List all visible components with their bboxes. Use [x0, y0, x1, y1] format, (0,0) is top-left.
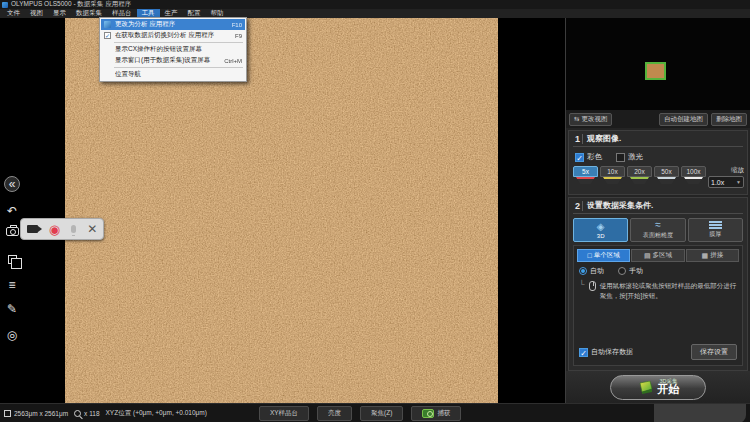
- subtab-single-area[interactable]: □ 单个区域: [577, 249, 630, 262]
- objective-5x-button[interactable]: 5x: [573, 166, 598, 184]
- microphone-icon[interactable]: [71, 225, 76, 233]
- mode-3d-label: 3D: [597, 233, 605, 239]
- zoom-value: 1.0x: [711, 179, 724, 186]
- brightness-button[interactable]: 亮度: [317, 406, 352, 421]
- objective-20x-ring: [630, 177, 649, 184]
- focus-hint-text: 使用鼠标滚轮或聚焦按钮对样品的最低部分进行聚焦，按[开始]按钮。: [600, 281, 737, 301]
- status-buttons: XY样品台 亮度 聚焦(Z) 捕获: [259, 406, 461, 421]
- toggle-check-icon: ✓: [103, 32, 112, 39]
- menu-item-switch-to-analysis[interactable]: 更改为分析 应用程序 F10: [101, 19, 245, 30]
- start-acquisition-button[interactable]: 3D采集 开始: [610, 375, 706, 400]
- location-icon: ◎: [7, 329, 17, 341]
- objective-100x-ring: [684, 177, 703, 184]
- save-settings-button[interactable]: 保存设置: [691, 344, 737, 360]
- menu-item-label: 位置导航: [115, 70, 239, 79]
- mode-thickness-button[interactable]: 膜厚: [688, 218, 743, 242]
- capture-flyout-toolbar: ◉ ✕: [20, 218, 104, 240]
- layers-button[interactable]: [3, 250, 21, 268]
- video-camera-icon[interactable]: [27, 225, 38, 233]
- autosave-checkbox[interactable]: ✓ 自动保存数据: [579, 347, 633, 357]
- mode-thickness-label: 膜厚: [709, 230, 721, 239]
- capture-label: 捕获: [437, 409, 450, 418]
- objective-20x-label: 20x: [627, 166, 652, 177]
- roughness-icon: ≈: [655, 220, 661, 230]
- radio-unselected-icon: [618, 267, 626, 275]
- objective-100x-label: 100x: [681, 166, 706, 177]
- objective-50x-button[interactable]: 50x: [654, 166, 679, 184]
- delete-map-button[interactable]: 删除地图: [711, 113, 747, 126]
- radio-auto[interactable]: 自动: [579, 266, 604, 276]
- right-panel: ⇆ 更改视图 自动创建地图 删除地图 1 观察图像. ✓ 彩色: [565, 18, 750, 403]
- camera-icon: [6, 227, 19, 236]
- radio-manual[interactable]: 手动: [618, 266, 643, 276]
- total-magnification-value: x 118: [84, 410, 99, 417]
- capture-tool-button[interactable]: [3, 222, 21, 240]
- subtab-multi-area[interactable]: ▤ 多区域: [631, 249, 684, 262]
- menu-display[interactable]: 显示: [48, 9, 71, 18]
- subtab-single-area-label: 单个区域: [594, 251, 620, 260]
- fov-readout: 2563μm x 2561μm: [4, 410, 68, 417]
- color-label: 彩色: [587, 152, 602, 162]
- inner-spacer: [577, 303, 739, 343]
- objective-10x-label: 10x: [600, 166, 625, 177]
- menu-item-switch-after-acquisition[interactable]: ✓ 在获取数据后切换到分析 应用程序 F9: [101, 30, 245, 41]
- auto-create-map-button[interactable]: 自动创建地图: [659, 113, 708, 126]
- change-view-label: 更改视图: [581, 115, 607, 124]
- menu-item-shortcut: F10: [232, 22, 242, 28]
- objective-100x-button[interactable]: 100x: [681, 166, 706, 184]
- focus-z-button[interactable]: 聚焦(Z): [360, 406, 403, 421]
- subtab-stitching[interactable]: ▦ 拼接: [686, 249, 739, 262]
- map-toolbar: ⇆ 更改视图 自动创建地图 删除地图: [566, 110, 750, 128]
- checkbox-checked-icon: ✓: [575, 153, 584, 162]
- record-icon[interactable]: ◉: [49, 223, 60, 236]
- mode-3d-button[interactable]: ◈ 3D: [573, 218, 628, 242]
- change-view-button[interactable]: ⇆ 更改视图: [569, 113, 612, 126]
- undo-button[interactable]: ↶: [3, 202, 21, 220]
- magnifier-icon: [74, 410, 81, 417]
- position-button[interactable]: ◎: [3, 326, 21, 344]
- navigation-map[interactable]: [566, 18, 750, 110]
- section1-number: 1: [573, 134, 583, 144]
- section1-title: 观察图像.: [587, 133, 621, 144]
- section1-header: 1 观察图像.: [573, 133, 743, 147]
- capture-button[interactable]: 捕获: [411, 406, 461, 421]
- grid-icon: ▦: [702, 252, 709, 260]
- objective-50x-label: 50x: [654, 166, 679, 177]
- tools-dropdown-menu: 更改为分析 应用程序 F10 ✓ 在获取数据后切换到分析 应用程序 F9 显示C…: [99, 17, 247, 82]
- map-thumbnail[interactable]: [645, 62, 666, 80]
- close-icon[interactable]: ✕: [87, 223, 97, 235]
- collapse-sidebar-button[interactable]: «: [4, 176, 20, 192]
- menu-item-position-navigator[interactable]: 位置导航: [101, 69, 245, 80]
- list-button[interactable]: ≡: [3, 276, 21, 294]
- zoom-group: 缩放 1.0x ▼: [708, 166, 744, 188]
- section2-title: 设置数据采集条件.: [587, 200, 653, 211]
- zoom-select[interactable]: 1.0x ▼: [708, 176, 744, 188]
- menu-view[interactable]: 视图: [25, 9, 48, 18]
- branch-mark: └: [579, 281, 585, 289]
- objective-50x-ring: [657, 177, 676, 184]
- menu-item-acquisition-window-settings[interactable]: 显示窗口(用于数据采集)设置屏幕 Ctrl+M: [101, 55, 245, 66]
- app-icon: [2, 2, 8, 8]
- panel-bottom-corner: [654, 404, 746, 422]
- section2-header: 2 设置数据采集条件.: [573, 200, 743, 214]
- xy-stage-button[interactable]: XY样品台: [259, 406, 309, 421]
- mode-roughness-button[interactable]: ≈ 表面粗糙度: [630, 218, 685, 242]
- annotate-button[interactable]: ✎: [3, 300, 21, 318]
- area-subtabs: □ 单个区域 ▤ 多区域 ▦ 拼接: [577, 249, 739, 262]
- color-checkbox[interactable]: ✓ 彩色: [575, 152, 602, 162]
- chevron-down-icon: ▼: [736, 179, 741, 185]
- 3d-surface-icon: [637, 381, 653, 394]
- area-icon: [4, 410, 11, 417]
- subtab-multi-area-label: 多区域: [653, 251, 673, 260]
- magnification-readout: x 118: [74, 410, 99, 417]
- menu-item-controller-button-settings[interactable]: 显示CX操作杆的按钮设置屏幕: [101, 44, 245, 55]
- xyz-readout: XYZ位置 (+0μm, +0μm, +0.010μm): [106, 409, 207, 418]
- objective-10x-button[interactable]: 10x: [600, 166, 625, 184]
- objective-20x-button[interactable]: 20x: [627, 166, 652, 184]
- laser-checkbox[interactable]: 激光: [616, 152, 643, 162]
- laser-label: 激光: [628, 152, 643, 162]
- menu-file[interactable]: 文件: [2, 9, 25, 18]
- objective-5x-ring: [576, 177, 595, 184]
- title-bar: OLYMPUS OLS5000 - 数据采集 应用程序: [0, 0, 750, 9]
- layers-icon: [8, 255, 17, 264]
